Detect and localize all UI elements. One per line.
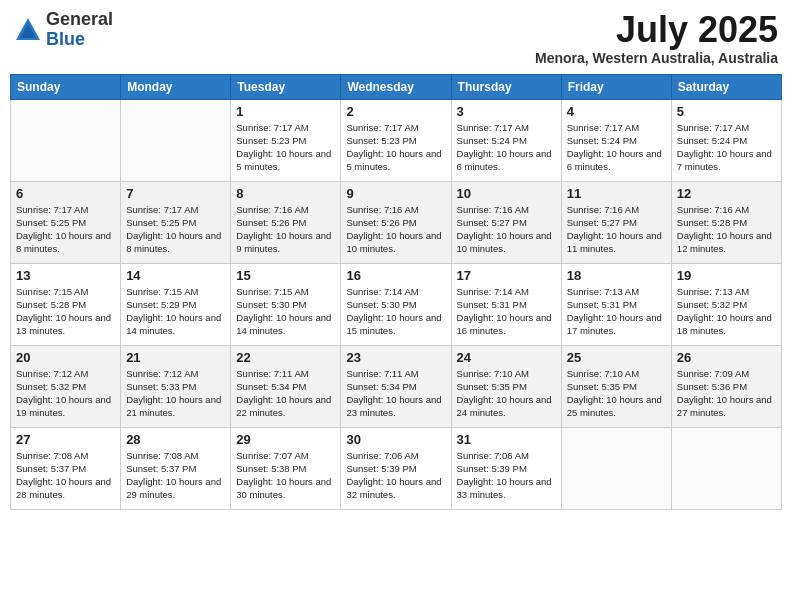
day-number: 11 bbox=[567, 186, 666, 201]
week-row-3: 13Sunrise: 7:15 AM Sunset: 5:28 PM Dayli… bbox=[11, 263, 782, 345]
logo-blue: Blue bbox=[46, 29, 85, 49]
day-number: 21 bbox=[126, 350, 225, 365]
day-number: 12 bbox=[677, 186, 776, 201]
table-cell: 1Sunrise: 7:17 AM Sunset: 5:23 PM Daylig… bbox=[231, 99, 341, 181]
month-title: July 2025 bbox=[535, 10, 778, 50]
table-cell: 2Sunrise: 7:17 AM Sunset: 5:23 PM Daylig… bbox=[341, 99, 451, 181]
table-cell: 11Sunrise: 7:16 AM Sunset: 5:27 PM Dayli… bbox=[561, 181, 671, 263]
table-cell: 25Sunrise: 7:10 AM Sunset: 5:35 PM Dayli… bbox=[561, 345, 671, 427]
weekday-header-wednesday: Wednesday bbox=[341, 74, 451, 99]
day-number: 27 bbox=[16, 432, 115, 447]
day-number: 29 bbox=[236, 432, 335, 447]
table-cell: 26Sunrise: 7:09 AM Sunset: 5:36 PM Dayli… bbox=[671, 345, 781, 427]
day-info: Sunrise: 7:13 AM Sunset: 5:31 PM Dayligh… bbox=[567, 285, 666, 338]
day-info: Sunrise: 7:17 AM Sunset: 5:25 PM Dayligh… bbox=[16, 203, 115, 256]
calendar-table: SundayMondayTuesdayWednesdayThursdayFrid… bbox=[10, 74, 782, 510]
day-info: Sunrise: 7:16 AM Sunset: 5:26 PM Dayligh… bbox=[346, 203, 445, 256]
day-number: 26 bbox=[677, 350, 776, 365]
weekday-header-thursday: Thursday bbox=[451, 74, 561, 99]
day-number: 16 bbox=[346, 268, 445, 283]
table-cell: 12Sunrise: 7:16 AM Sunset: 5:28 PM Dayli… bbox=[671, 181, 781, 263]
day-info: Sunrise: 7:06 AM Sunset: 5:39 PM Dayligh… bbox=[346, 449, 445, 502]
day-number: 17 bbox=[457, 268, 556, 283]
day-number: 7 bbox=[126, 186, 225, 201]
weekday-header-friday: Friday bbox=[561, 74, 671, 99]
day-number: 20 bbox=[16, 350, 115, 365]
table-cell bbox=[11, 99, 121, 181]
table-cell: 10Sunrise: 7:16 AM Sunset: 5:27 PM Dayli… bbox=[451, 181, 561, 263]
weekday-header-row: SundayMondayTuesdayWednesdayThursdayFrid… bbox=[11, 74, 782, 99]
table-cell: 15Sunrise: 7:15 AM Sunset: 5:30 PM Dayli… bbox=[231, 263, 341, 345]
weekday-header-sunday: Sunday bbox=[11, 74, 121, 99]
table-cell: 27Sunrise: 7:08 AM Sunset: 5:37 PM Dayli… bbox=[11, 427, 121, 509]
day-info: Sunrise: 7:15 AM Sunset: 5:28 PM Dayligh… bbox=[16, 285, 115, 338]
day-info: Sunrise: 7:17 AM Sunset: 5:25 PM Dayligh… bbox=[126, 203, 225, 256]
day-info: Sunrise: 7:17 AM Sunset: 5:24 PM Dayligh… bbox=[567, 121, 666, 174]
day-info: Sunrise: 7:16 AM Sunset: 5:28 PM Dayligh… bbox=[677, 203, 776, 256]
day-info: Sunrise: 7:10 AM Sunset: 5:35 PM Dayligh… bbox=[567, 367, 666, 420]
day-info: Sunrise: 7:09 AM Sunset: 5:36 PM Dayligh… bbox=[677, 367, 776, 420]
table-cell: 30Sunrise: 7:06 AM Sunset: 5:39 PM Dayli… bbox=[341, 427, 451, 509]
day-info: Sunrise: 7:17 AM Sunset: 5:23 PM Dayligh… bbox=[346, 121, 445, 174]
table-cell: 16Sunrise: 7:14 AM Sunset: 5:30 PM Dayli… bbox=[341, 263, 451, 345]
day-number: 13 bbox=[16, 268, 115, 283]
week-row-2: 6Sunrise: 7:17 AM Sunset: 5:25 PM Daylig… bbox=[11, 181, 782, 263]
week-row-1: 1Sunrise: 7:17 AM Sunset: 5:23 PM Daylig… bbox=[11, 99, 782, 181]
day-number: 22 bbox=[236, 350, 335, 365]
logo-text: General Blue bbox=[46, 10, 113, 50]
day-number: 14 bbox=[126, 268, 225, 283]
day-number: 10 bbox=[457, 186, 556, 201]
logo: General Blue bbox=[14, 10, 113, 50]
day-info: Sunrise: 7:11 AM Sunset: 5:34 PM Dayligh… bbox=[236, 367, 335, 420]
weekday-header-monday: Monday bbox=[121, 74, 231, 99]
day-number: 31 bbox=[457, 432, 556, 447]
table-cell: 8Sunrise: 7:16 AM Sunset: 5:26 PM Daylig… bbox=[231, 181, 341, 263]
table-cell: 24Sunrise: 7:10 AM Sunset: 5:35 PM Dayli… bbox=[451, 345, 561, 427]
day-number: 15 bbox=[236, 268, 335, 283]
day-number: 1 bbox=[236, 104, 335, 119]
day-number: 5 bbox=[677, 104, 776, 119]
day-number: 8 bbox=[236, 186, 335, 201]
day-number: 23 bbox=[346, 350, 445, 365]
day-info: Sunrise: 7:16 AM Sunset: 5:26 PM Dayligh… bbox=[236, 203, 335, 256]
table-cell: 13Sunrise: 7:15 AM Sunset: 5:28 PM Dayli… bbox=[11, 263, 121, 345]
table-cell: 14Sunrise: 7:15 AM Sunset: 5:29 PM Dayli… bbox=[121, 263, 231, 345]
table-cell: 18Sunrise: 7:13 AM Sunset: 5:31 PM Dayli… bbox=[561, 263, 671, 345]
day-info: Sunrise: 7:11 AM Sunset: 5:34 PM Dayligh… bbox=[346, 367, 445, 420]
table-cell: 19Sunrise: 7:13 AM Sunset: 5:32 PM Dayli… bbox=[671, 263, 781, 345]
day-info: Sunrise: 7:07 AM Sunset: 5:38 PM Dayligh… bbox=[236, 449, 335, 502]
day-info: Sunrise: 7:16 AM Sunset: 5:27 PM Dayligh… bbox=[567, 203, 666, 256]
day-number: 19 bbox=[677, 268, 776, 283]
day-info: Sunrise: 7:06 AM Sunset: 5:39 PM Dayligh… bbox=[457, 449, 556, 502]
day-info: Sunrise: 7:08 AM Sunset: 5:37 PM Dayligh… bbox=[16, 449, 115, 502]
day-info: Sunrise: 7:15 AM Sunset: 5:30 PM Dayligh… bbox=[236, 285, 335, 338]
table-cell bbox=[561, 427, 671, 509]
day-info: Sunrise: 7:10 AM Sunset: 5:35 PM Dayligh… bbox=[457, 367, 556, 420]
day-number: 3 bbox=[457, 104, 556, 119]
table-cell: 5Sunrise: 7:17 AM Sunset: 5:24 PM Daylig… bbox=[671, 99, 781, 181]
day-number: 2 bbox=[346, 104, 445, 119]
table-cell bbox=[671, 427, 781, 509]
table-cell: 23Sunrise: 7:11 AM Sunset: 5:34 PM Dayli… bbox=[341, 345, 451, 427]
day-number: 4 bbox=[567, 104, 666, 119]
logo-icon bbox=[14, 16, 42, 44]
day-number: 28 bbox=[126, 432, 225, 447]
day-number: 24 bbox=[457, 350, 556, 365]
day-info: Sunrise: 7:13 AM Sunset: 5:32 PM Dayligh… bbox=[677, 285, 776, 338]
day-number: 9 bbox=[346, 186, 445, 201]
table-cell: 21Sunrise: 7:12 AM Sunset: 5:33 PM Dayli… bbox=[121, 345, 231, 427]
day-info: Sunrise: 7:12 AM Sunset: 5:33 PM Dayligh… bbox=[126, 367, 225, 420]
table-cell: 7Sunrise: 7:17 AM Sunset: 5:25 PM Daylig… bbox=[121, 181, 231, 263]
day-info: Sunrise: 7:08 AM Sunset: 5:37 PM Dayligh… bbox=[126, 449, 225, 502]
table-cell: 4Sunrise: 7:17 AM Sunset: 5:24 PM Daylig… bbox=[561, 99, 671, 181]
day-info: Sunrise: 7:14 AM Sunset: 5:30 PM Dayligh… bbox=[346, 285, 445, 338]
table-cell: 9Sunrise: 7:16 AM Sunset: 5:26 PM Daylig… bbox=[341, 181, 451, 263]
week-row-5: 27Sunrise: 7:08 AM Sunset: 5:37 PM Dayli… bbox=[11, 427, 782, 509]
table-cell: 29Sunrise: 7:07 AM Sunset: 5:38 PM Dayli… bbox=[231, 427, 341, 509]
table-cell bbox=[121, 99, 231, 181]
weekday-header-saturday: Saturday bbox=[671, 74, 781, 99]
table-cell: 20Sunrise: 7:12 AM Sunset: 5:32 PM Dayli… bbox=[11, 345, 121, 427]
weekday-header-tuesday: Tuesday bbox=[231, 74, 341, 99]
day-number: 6 bbox=[16, 186, 115, 201]
title-section: July 2025 Menora, Western Australia, Aus… bbox=[535, 10, 778, 66]
